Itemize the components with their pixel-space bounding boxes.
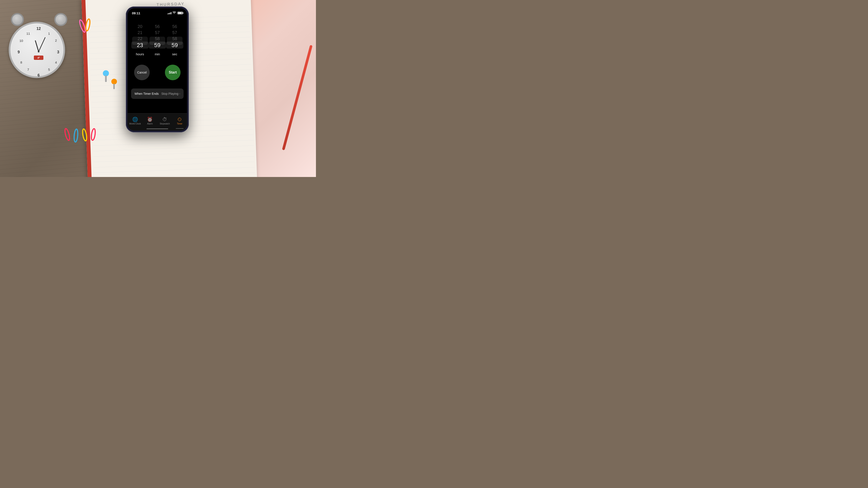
phone-device: 09:11 <box>126 6 189 132</box>
svg-text:3: 3 <box>57 50 59 54</box>
svg-text:10: 10 <box>20 39 23 42</box>
svg-text:2: 2 <box>55 39 57 42</box>
minutes-selected: 59 <box>149 42 166 48</box>
phone-screen: 09:11 <box>128 8 187 131</box>
svg-text:8: 8 <box>21 61 22 64</box>
minutes-label: min <box>155 52 160 56</box>
svg-point-21 <box>82 129 87 141</box>
seconds-selected: 59 <box>166 42 183 48</box>
signal-bar-2 <box>168 13 169 14</box>
when-timer-ends-label: When Timer Ends <box>134 92 159 95</box>
world-clock-icon: 🌐 <box>132 117 138 122</box>
home-indicator <box>147 128 168 129</box>
svg-point-20 <box>73 129 78 142</box>
phone-notch <box>145 8 169 14</box>
alarm-label: Alarm <box>147 123 153 125</box>
tab-alarm[interactable]: ⏰ Alarm <box>143 117 158 125</box>
hours-selected: 23 <box>131 42 149 48</box>
seconds-item-57: 57 <box>166 30 183 36</box>
minutes-item-58: 58 <box>149 36 166 42</box>
minutes-item-56: 56 <box>149 24 166 30</box>
svg-text:d²: d² <box>37 56 40 59</box>
tab-stopwatch[interactable]: ⏱ Stopwatch <box>157 117 172 125</box>
timer-picker[interactable]: 20 21 22 23 hours 56 57 58 59 min <box>128 19 187 62</box>
hours-item-20: 20 <box>131 24 149 30</box>
cancel-button[interactable]: Cancel <box>134 65 150 80</box>
wifi-icon <box>173 11 176 15</box>
signal-bar-3 <box>170 12 170 14</box>
svg-point-18 <box>85 19 91 31</box>
svg-point-19 <box>64 128 70 141</box>
when-timer-ends-value: Stop Playing › <box>161 92 180 95</box>
minutes-picker[interactable]: 56 57 58 59 min <box>149 24 166 58</box>
svg-point-22 <box>91 128 96 140</box>
timer-icon: ⏲ <box>177 117 182 122</box>
svg-text:4: 4 <box>55 61 57 64</box>
battery-fill <box>178 12 182 14</box>
seconds-label: sec <box>172 52 177 56</box>
signal-bar-4 <box>171 12 172 14</box>
stopwatch-icon: ⏱ <box>162 117 167 122</box>
chevron-right-icon: › <box>179 92 180 95</box>
svg-text:1: 1 <box>48 32 50 35</box>
seconds-picker[interactable]: 56 57 58 59 sec <box>166 24 183 58</box>
seconds-item-58: 58 <box>166 36 183 42</box>
clock-face: 12 3 6 9 1 2 4 5 7 8 10 11 d² <box>9 22 65 78</box>
when-timer-ends-row[interactable]: When Timer Ends Stop Playing › <box>131 89 184 99</box>
clock-decoration: 12 3 6 9 1 2 4 5 7 8 10 11 d² <box>4 13 74 83</box>
svg-line-1 <box>35 41 39 52</box>
timer-controls: Cancel Start <box>128 65 187 80</box>
timer-ends-value-text: Stop Playing <box>161 92 178 95</box>
timer-label: Timer <box>177 123 182 125</box>
svg-text:5: 5 <box>48 68 50 71</box>
svg-rect-26 <box>113 84 115 89</box>
hours-label: hours <box>136 52 144 56</box>
paperclips-bottom <box>61 126 104 152</box>
battery-icon <box>178 12 183 14</box>
tab-bar: 🌐 World Clock ⏰ Alarm ⏱ Stopwatch ⏲ Time… <box>128 113 187 131</box>
hours-item-22: 22 <box>131 36 149 42</box>
stopwatch-label: Stopwatch <box>160 123 170 125</box>
svg-point-17 <box>79 19 86 33</box>
hours-picker[interactable]: 20 21 22 23 hours <box>131 24 149 58</box>
svg-text:12: 12 <box>36 27 41 31</box>
seconds-item-56: 56 <box>166 24 183 30</box>
tab-world-clock[interactable]: 🌐 World Clock <box>128 117 143 125</box>
world-clock-label: World Clock <box>129 123 141 125</box>
status-icons <box>167 11 183 15</box>
svg-point-25 <box>111 79 117 85</box>
paperclips-top <box>78 18 95 43</box>
tab-indicator <box>176 128 184 129</box>
start-button[interactable]: Start <box>165 65 181 80</box>
svg-text:6: 6 <box>37 73 40 77</box>
alarm-icon: ⏰ <box>147 117 153 122</box>
svg-rect-24 <box>105 75 107 82</box>
minutes-item-57: 57 <box>149 30 166 36</box>
ribbon-decoration <box>282 45 312 150</box>
phone-container: 09:11 <box>126 6 189 132</box>
pushpin-orange <box>111 78 122 93</box>
svg-line-2 <box>39 37 45 52</box>
svg-text:7: 7 <box>27 68 29 71</box>
signal-bar-1 <box>167 13 168 14</box>
tab-timer[interactable]: ⏲ Timer <box>172 117 187 125</box>
status-time: 09:11 <box>132 11 140 15</box>
hours-item-21: 21 <box>131 30 149 36</box>
svg-text:11: 11 <box>27 32 30 35</box>
svg-text:9: 9 <box>18 50 20 54</box>
svg-point-23 <box>103 70 109 76</box>
